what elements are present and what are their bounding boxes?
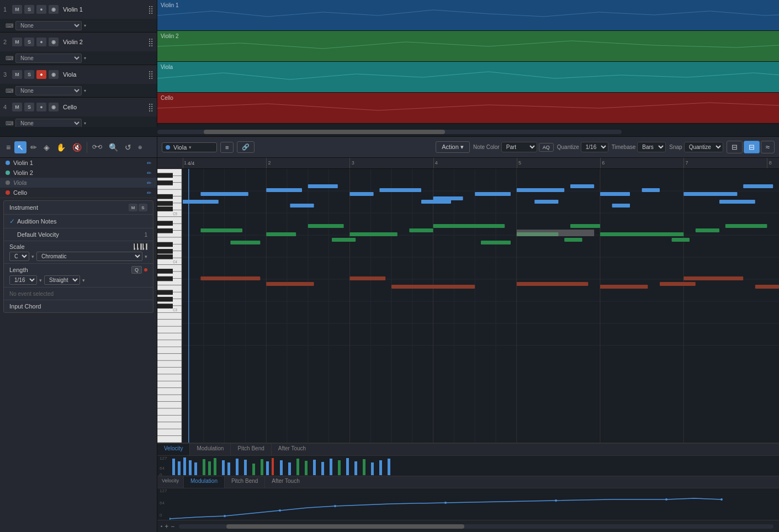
track-plugin-select-4[interactable]: None: [15, 119, 82, 127]
ruler-label-8: 8: [769, 160, 772, 166]
track-solo-2[interactable]: S: [24, 38, 34, 46]
editor-track-violin2[interactable]: Violin 2 ✏: [0, 168, 157, 178]
view-toggle-3[interactable]: ≈: [761, 141, 775, 153]
track-mute-2[interactable]: M: [12, 38, 22, 46]
svg-rect-57: [157, 436, 182, 443]
track-rec-2[interactable]: ●: [36, 38, 46, 46]
editor-track-violin1[interactable]: Violin 1 ✏: [0, 158, 157, 168]
svg-rect-101: [409, 228, 433, 232]
track-plugin-select-3[interactable]: None: [15, 86, 82, 95]
instrument-row[interactable]: Instrument M S: [4, 201, 153, 214]
svg-rect-55: [157, 422, 182, 429]
track-solo-4[interactable]: S: [24, 103, 34, 111]
note-color-select[interactable]: PartPitchVelocity: [501, 142, 537, 152]
audition-notes-row[interactable]: ✓ Audition Notes: [4, 215, 153, 228]
instrument-s-btn[interactable]: S: [139, 204, 147, 211]
vel-label-127: 127: [160, 456, 167, 461]
notes-grid[interactable]: 4/4 1 2 3 4 5 6: [183, 158, 779, 443]
instrument-m-btn[interactable]: M: [129, 204, 137, 211]
track-midi-4[interactable]: ◉: [49, 103, 59, 111]
glue-tool-btn[interactable]: ✋: [54, 141, 68, 153]
track-midi-3[interactable]: ◉: [49, 70, 59, 79]
track-header-4: 4 M S ● ◉ Cello ⣿ ⌨ None ▾: [0, 98, 157, 127]
length-value-select[interactable]: 1/161/81/4: [9, 275, 37, 285]
editor-track-viola[interactable]: Viola ✏: [0, 178, 157, 188]
track-rec-1[interactable]: ●: [36, 5, 46, 14]
svg-rect-151: [321, 462, 324, 475]
input-chord-row[interactable]: Input Chord: [4, 300, 153, 312]
length-select-row: 1/161/81/4 ▾ StraightTripletDotted ▾: [9, 275, 147, 285]
track-plugin-select-1[interactable]: None: [15, 21, 82, 30]
vel-tab-velocity[interactable]: Velocity: [157, 444, 190, 455]
scroll-thumb[interactable]: [204, 130, 445, 134]
waveform-2[interactable]: Violin 2: [157, 31, 779, 62]
track-name-1: Violin 1: [61, 6, 146, 13]
action-btn[interactable]: Action ▾: [436, 141, 470, 153]
vel-bars-container: 127 64 0: [157, 456, 779, 477]
waveform-1[interactable]: Violin 1: [157, 0, 779, 31]
snap-select[interactable]: Quantize1/161/8: [684, 142, 723, 152]
link-btn[interactable]: 🔗: [237, 141, 255, 153]
track-expand-1[interactable]: ⣿: [148, 5, 153, 14]
transport-minus[interactable]: −: [171, 523, 174, 530]
waveform-4[interactable]: Cello: [157, 93, 779, 124]
mod-tab-velocity[interactable]: Velocity: [157, 476, 184, 488]
select-tool-btn[interactable]: ↖: [14, 141, 27, 153]
track-plugin-select-2[interactable]: None: [15, 54, 82, 63]
quantize-select[interactable]: 1/161/81/4: [581, 142, 608, 152]
svg-rect-35: [157, 290, 173, 295]
timebase-select[interactable]: BarsTime: [637, 142, 666, 152]
track-expand-3[interactable]: ⣿: [148, 70, 153, 79]
svg-rect-157: [371, 462, 374, 475]
mod-tab-pitch[interactable]: Pitch Bend: [225, 476, 265, 488]
quantize-q-btn[interactable]: Q: [131, 266, 142, 274]
loop-tool-btn[interactable]: ⟳⟲: [89, 142, 105, 152]
track-expand-2[interactable]: ⣿: [148, 38, 153, 46]
view-toggle-2[interactable]: ⊟: [744, 141, 760, 153]
svg-rect-134: [194, 462, 197, 475]
track-rec-4[interactable]: ●: [36, 103, 46, 111]
aq-btn[interactable]: AQ: [539, 143, 554, 152]
track-mute-3[interactable]: M: [12, 70, 22, 79]
track-midi-1[interactable]: ◉: [49, 5, 59, 14]
bottom-scroll-track[interactable]: [179, 524, 773, 529]
overdub-btn[interactable]: ⊕: [135, 143, 145, 152]
vel-tab-pitch[interactable]: Pitch Bend: [231, 444, 271, 455]
svg-point-160: [169, 518, 171, 520]
pencil2-btn[interactable]: ↺: [122, 141, 134, 153]
mod-tab-aftertouch[interactable]: After Touch: [265, 476, 306, 488]
track-solo-1[interactable]: S: [24, 5, 34, 14]
list-view-btn[interactable]: ≡: [220, 142, 234, 153]
dot-marker[interactable]: •: [161, 524, 162, 529]
track-solo-3[interactable]: S: [24, 70, 34, 79]
track-dropdown[interactable]: Viola ▾: [162, 142, 217, 152]
editor-track-cello[interactable]: Cello ✏: [0, 188, 157, 198]
scale-key-select[interactable]: CC#D: [9, 252, 29, 261]
waveform-3[interactable]: Viola: [157, 62, 779, 93]
track-mute-1[interactable]: M: [12, 5, 22, 14]
track-expand-4[interactable]: ⣿: [148, 103, 153, 111]
zoom-out-btn[interactable]: 🔍: [106, 141, 121, 153]
ruler-bar-4: [433, 158, 434, 168]
vel-tab-modulation[interactable]: Modulation: [190, 444, 231, 455]
bottom-scroll-thumb[interactable]: [226, 524, 464, 529]
track-rec-3[interactable]: ●: [36, 70, 46, 79]
length-mode-select[interactable]: StraightTripletDotted: [44, 275, 80, 285]
track-mute-4[interactable]: M: [12, 103, 22, 111]
mod-label-64: 64: [160, 501, 165, 506]
default-velocity-row[interactable]: Default Velocity 1: [4, 228, 153, 241]
svg-rect-139: [227, 462, 230, 475]
eraser-tool-btn[interactable]: ◈: [41, 141, 52, 153]
vel-tab-aftertouch[interactable]: After Touch: [272, 444, 312, 455]
mod-tab-modulation[interactable]: Modulation: [184, 476, 225, 488]
svg-rect-112: [517, 282, 589, 286]
menu-icon-btn[interactable]: ≡: [3, 141, 13, 153]
scroll-track[interactable]: [157, 130, 622, 134]
transport-plus[interactable]: +: [165, 523, 168, 530]
view-toggle-1[interactable]: ⊟: [727, 141, 743, 153]
no-event-label: No event selected: [9, 291, 54, 297]
pencil-tool-btn[interactable]: ✏: [28, 141, 40, 153]
track-midi-2[interactable]: ◉: [49, 38, 59, 46]
scale-name-select[interactable]: ChromaticMajorMinor: [36, 252, 142, 261]
mute-tool-btn[interactable]: 🔇: [70, 141, 84, 153]
